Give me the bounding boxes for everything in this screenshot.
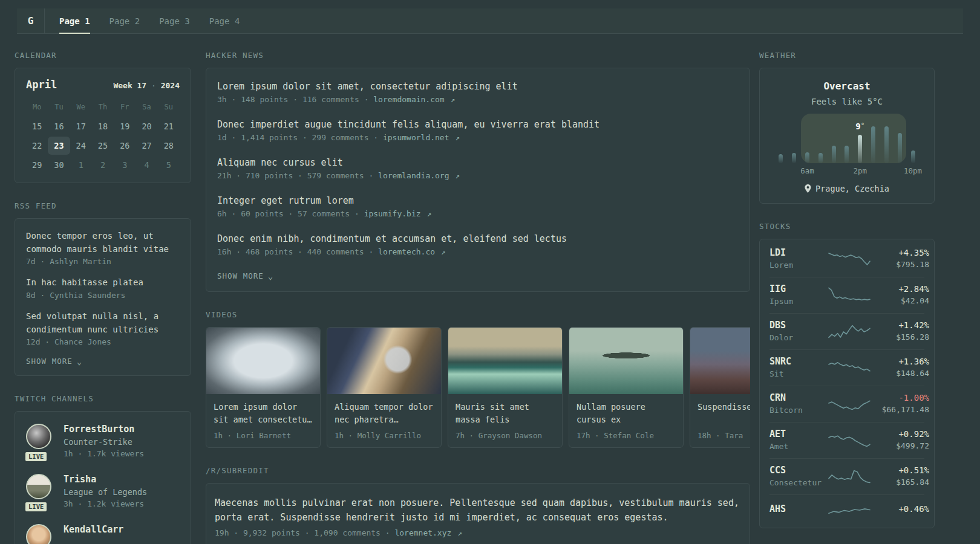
video-thumbnail[interactable]	[206, 328, 320, 394]
stock-price: $499.72	[871, 441, 929, 450]
hackernews-item[interactable]: Integer eget rutrum lorem 6h · 60 points…	[217, 195, 739, 218]
top-nav: G Page 1Page 2Page 3Page 4	[0, 0, 980, 34]
calendar-day[interactable]: 23	[48, 137, 70, 155]
rss-item-title[interactable]: Sed volutpat nulla nisl, a condimentum n…	[26, 310, 180, 336]
hackernews-item-title[interactable]: Aliquam nec cursus elit	[217, 157, 739, 168]
calendar-day[interactable]: 24	[70, 137, 92, 155]
twitch-channel-row[interactable]: LIVE Trisha League of Legends 3h · 1.2k …	[15, 465, 191, 516]
video-title[interactable]: Nullam posuere cursus ex	[577, 401, 676, 426]
stock-row[interactable]: AET Amet +0.92% $499.72	[760, 422, 934, 458]
hackernews-item-domain-link[interactable]: loremdomain.com	[373, 95, 444, 104]
calendar-day[interactable]: 21	[158, 117, 180, 135]
twitch-channel-row[interactable]: KendallCarr	[15, 516, 191, 544]
hackernews-item-title[interactable]: Integer eget rutrum lorem	[217, 195, 739, 206]
calendar-day[interactable]: 22	[26, 137, 48, 155]
reddit-post-title[interactable]: Maecenas mollis pulvinar erat non posuer…	[215, 496, 741, 525]
tab-page-1[interactable]: Page 1	[59, 8, 90, 33]
video-card[interactable]: Aliquam tempor dolor nec pharetra… 1h · …	[327, 327, 442, 448]
calendar-day[interactable]: 30	[48, 156, 70, 174]
video-thumbnail[interactable]	[569, 328, 683, 394]
video-title[interactable]: Lorem ipsum dolor sit amet consectetu…	[214, 401, 313, 426]
calendar-day[interactable]: 18	[92, 117, 114, 135]
hackernews-item-domain-link[interactable]: ipsumworld.net	[383, 133, 449, 142]
weather-time-label: 6am	[800, 166, 814, 175]
stock-row[interactable]: DBS Dolor +1.42% $156.28	[760, 313, 934, 349]
calendar-week-year: Week 17 · 2024	[113, 81, 180, 90]
video-thumbnail[interactable]	[327, 328, 441, 394]
rss-item[interactable]: Donec tempor eros leo, ut commodo mauris…	[26, 230, 180, 266]
videos-carousel: Lorem ipsum dolor sit amet consectetu… 1…	[206, 327, 750, 448]
stock-row[interactable]: LDI Lorem +4.35% $795.18	[760, 241, 934, 277]
hackernews-item-title[interactable]: Donec enim nibh, condimentum et accumsan…	[217, 233, 739, 244]
weather-bar	[792, 153, 796, 163]
calendar-day[interactable]: 15	[26, 117, 48, 135]
hackernews-item-domain-link[interactable]: ipsumify.biz	[364, 209, 421, 218]
tab-page-4[interactable]: Page 4	[209, 8, 240, 33]
external-link-icon: ↗	[426, 209, 431, 218]
dot-separator: ·	[151, 81, 156, 90]
twitch-section: TWITCH CHANNELS LIVE ForrestBurton Count…	[15, 394, 191, 544]
tab-page-3[interactable]: Page 3	[159, 8, 190, 33]
hackernews-item[interactable]: Aliquam nec cursus elit 21h · 710 points…	[217, 157, 739, 180]
stock-row[interactable]: CCS Consectetur +0.51% $165.84	[760, 458, 934, 494]
calendar-day[interactable]: 4	[136, 156, 157, 174]
video-title[interactable]: Aliquam tempor dolor nec pharetra…	[335, 401, 434, 426]
tab-page-2[interactable]: Page 2	[109, 8, 140, 33]
calendar-day[interactable]: 29	[26, 156, 48, 174]
hackernews-item-meta: 1d · 1,414 points · 299 comments · ipsum…	[217, 133, 739, 142]
video-card[interactable]: Nullam posuere cursus ex 17h · Stefan Co…	[569, 327, 684, 448]
stock-name: Bitcorn	[769, 406, 828, 415]
stock-symbol: AET	[769, 429, 828, 439]
rss-item-title[interactable]: In hac habitasse platea	[26, 276, 180, 290]
calendar-day[interactable]: 20	[136, 117, 157, 135]
twitch-channel-row[interactable]: LIVE ForrestBurton Counter-Strike 1h · 1…	[15, 415, 191, 465]
twitch-channel-name[interactable]: KendallCarr	[64, 524, 123, 535]
reddit-post-domain-link[interactable]: loremnet.xyz	[394, 528, 451, 537]
hackernews-item-title[interactable]: Lorem ipsum dolor sit amet, consectetur …	[217, 81, 739, 92]
avatar	[26, 474, 51, 499]
calendar-day[interactable]: 17	[70, 117, 92, 135]
rss-show-more-button[interactable]: SHOW MORE ⌄	[26, 357, 180, 366]
video-card[interactable]: Mauris sit amet massa felis 7h · Grayson…	[448, 327, 563, 448]
twitch-channel-name[interactable]: Trisha	[64, 474, 147, 485]
rss-item[interactable]: In hac habitasse platea 8d · Cynthia Sau…	[26, 276, 180, 300]
hackernews-show-more-button[interactable]: SHOW MORE ⌄	[217, 271, 739, 280]
calendar-day[interactable]: 3	[114, 156, 136, 174]
calendar-day[interactable]: 19	[114, 117, 136, 135]
video-title[interactable]: Suspendisse diam	[697, 401, 750, 413]
hackernews-item-domain-link[interactable]: loremlandia.org	[378, 171, 449, 180]
calendar-day[interactable]: 2	[92, 156, 114, 174]
calendar-day[interactable]: 1	[70, 156, 92, 174]
calendar-day[interactable]: 25	[92, 137, 114, 155]
hackernews-item[interactable]: Donec enim nibh, condimentum et accumsan…	[217, 233, 739, 256]
stock-row[interactable]: CRN Bitcorn -1.00% $66,171.48	[760, 386, 934, 422]
stock-sparkline	[828, 467, 871, 485]
calendar-day[interactable]: 26	[114, 137, 136, 155]
video-thumbnail[interactable]	[690, 328, 750, 394]
video-card[interactable]: Lorem ipsum dolor sit amet consectetu… 1…	[206, 327, 321, 448]
rss-item-title[interactable]: Donec tempor eros leo, ut commodo mauris…	[26, 230, 180, 256]
video-card[interactable]: Suspendisse diam 18h · Tara	[690, 327, 750, 448]
calendar-day[interactable]: 27	[136, 137, 157, 155]
stock-row[interactable]: SNRC Sit +1.36% $148.64	[760, 349, 934, 386]
video-title[interactable]: Mauris sit amet massa felis	[456, 401, 555, 426]
calendar-day[interactable]: 5	[158, 156, 180, 174]
chevron-down-icon: ⌄	[268, 274, 273, 279]
hackernews-item-domain-link[interactable]: loremtech.co	[378, 247, 435, 256]
twitch-channel-name[interactable]: ForrestBurton	[64, 424, 144, 435]
hackernews-item[interactable]: Lorem ipsum dolor sit amet, consectetur …	[217, 81, 739, 104]
hackernews-item[interactable]: Donec imperdiet augue tincidunt felis al…	[217, 119, 739, 142]
rss-item[interactable]: Sed volutpat nulla nisl, a condimentum n…	[26, 310, 180, 346]
right-column: WEATHER Overcast Feels like 5°C 9° 6am2p…	[759, 51, 935, 544]
calendar-day[interactable]: 28	[158, 137, 180, 155]
weather-bars	[774, 114, 920, 163]
calendar-day[interactable]: 16	[48, 117, 70, 135]
weather-bar	[805, 152, 809, 163]
calendar-weekday: Fr	[114, 99, 136, 116]
video-thumbnail[interactable]	[448, 328, 562, 394]
external-link-icon: ↗	[457, 528, 462, 537]
app-logo[interactable]: G	[17, 8, 45, 33]
hackernews-item-title[interactable]: Donec imperdiet augue tincidunt felis al…	[217, 119, 739, 130]
stock-row[interactable]: IIG Ipsum +2.84% $42.04	[760, 277, 934, 313]
stock-row[interactable]: AHS +0.46%	[760, 494, 934, 526]
